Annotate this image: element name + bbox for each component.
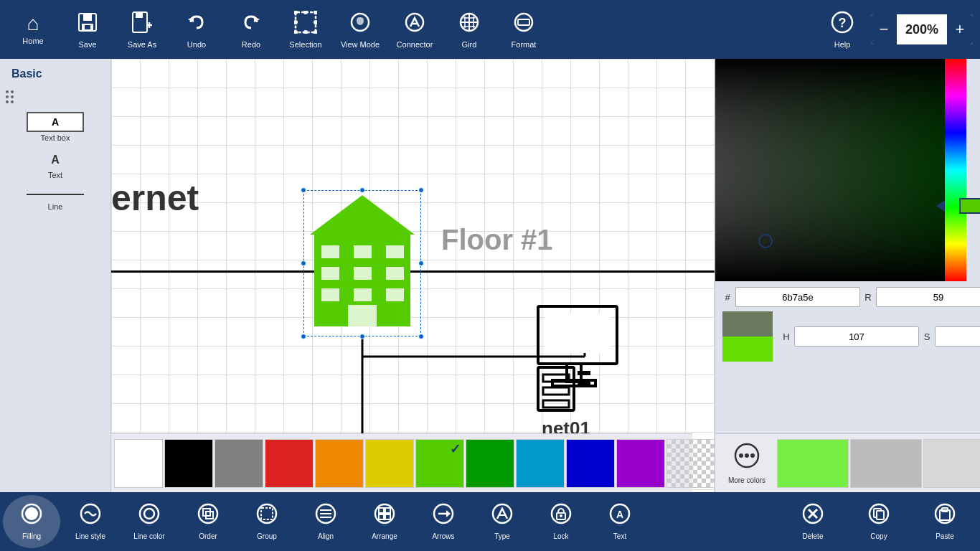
arrows-button[interactable]: Arrows — [415, 495, 472, 548]
color-inputs: # R G B H — [715, 281, 980, 372]
svg-point-64 — [745, 453, 749, 458]
sidebar-title: Basic — [0, 65, 110, 86]
hue-indicator — [936, 200, 945, 212]
lock-icon — [550, 503, 572, 529]
redo-button[interactable]: Redo — [225, 3, 277, 56]
svg-point-18 — [314, 20, 317, 24]
delete-button[interactable]: Delete — [781, 495, 845, 548]
save-button[interactable]: Save — [62, 3, 113, 56]
palette-green[interactable] — [415, 439, 464, 488]
sidebar-item-line[interactable]: Line — [0, 184, 110, 215]
palette-yellow[interactable] — [365, 439, 414, 488]
sidebar-item-textbox[interactable]: A Text box — [0, 108, 110, 146]
s-label: S — [922, 331, 932, 342]
zoom-in-button[interactable]: + — [947, 14, 973, 44]
zoom-out-button[interactable]: − — [871, 14, 897, 44]
palette-dark-green[interactable] — [466, 439, 514, 488]
arrange-button[interactable]: Arrange — [356, 495, 413, 548]
svg-rect-5 — [136, 12, 143, 18]
svg-point-92 — [560, 514, 562, 517]
lock-button[interactable]: Lock — [532, 495, 590, 548]
align-button[interactable]: Align — [297, 495, 354, 548]
paste-button[interactable]: Paste — [913, 495, 977, 548]
line-color-button[interactable]: Line color — [121, 495, 178, 548]
floor1-label: Floor #1 — [441, 224, 553, 256]
delete-label: Delete — [803, 532, 824, 540]
gird-button[interactable]: Gird — [443, 3, 495, 56]
help-icon: ? — [831, 11, 854, 37]
undo-button[interactable]: Undo — [171, 3, 222, 56]
computer-shape[interactable] — [534, 303, 635, 420]
palette-white[interactable] — [114, 439, 163, 488]
palette-gray[interactable] — [215, 439, 263, 488]
hsb-input-row: H S B — [722, 311, 973, 362]
svg-point-70 — [144, 509, 154, 519]
palette-black[interactable] — [164, 439, 213, 488]
color-palette-bar — [111, 433, 692, 492]
svg-rect-42 — [321, 267, 339, 280]
text-button[interactable]: A Text — [591, 495, 649, 548]
text-btn-icon: A — [609, 503, 631, 529]
order-button[interactable]: Order — [179, 495, 237, 548]
palette-orange[interactable] — [315, 439, 364, 488]
rgb-input-row: # R G B — [722, 287, 973, 307]
svg-point-74 — [258, 504, 276, 523]
svg-rect-40 — [354, 245, 372, 258]
save-icon — [76, 11, 99, 37]
selection-button[interactable]: Selection — [280, 3, 331, 56]
right-panel-palette: More colors — [715, 433, 980, 492]
palette-extra-3[interactable] — [923, 439, 980, 488]
more-colors-button[interactable]: More colors — [718, 439, 776, 488]
color-gradient[interactable] — [715, 59, 945, 281]
svg-point-13 — [294, 30, 298, 34]
svg-point-12 — [314, 11, 317, 14]
line-style-button[interactable]: Line style — [62, 495, 119, 548]
align-label: Align — [318, 532, 334, 540]
type-button[interactable]: Type — [473, 495, 531, 548]
delete-icon — [802, 503, 824, 529]
textbox-label: Text box — [41, 133, 70, 142]
gradient-cursor[interactable] — [758, 234, 773, 248]
svg-rect-43 — [354, 267, 372, 280]
line-label: Line — [48, 202, 63, 211]
svg-point-14 — [314, 30, 317, 34]
svg-rect-46 — [354, 288, 372, 301]
palette-purple[interactable] — [616, 439, 665, 488]
svg-rect-56 — [543, 400, 569, 408]
gird-icon — [458, 11, 481, 37]
copy-button[interactable]: Copy — [847, 495, 911, 548]
view-mode-button[interactable]: View Mode — [334, 3, 386, 56]
save-as-label: Save As — [128, 40, 156, 49]
palette-red[interactable] — [265, 439, 314, 488]
svg-rect-50 — [545, 314, 610, 353]
r-input[interactable] — [876, 287, 980, 307]
group-button[interactable]: Group — [238, 495, 296, 548]
type-label: Type — [494, 532, 510, 540]
filling-button[interactable]: Filling — [3, 495, 60, 548]
canvas-area[interactable]: ernet Floor #1 Floor #2 — [111, 59, 715, 492]
format-button[interactable]: Format — [498, 3, 550, 56]
palette-transparent[interactable] — [666, 439, 715, 488]
canvas-content: ernet Floor #1 Floor #2 — [111, 59, 715, 492]
building-shape[interactable] — [303, 192, 421, 341]
palette-extra-1[interactable] — [777, 439, 849, 488]
color-picker-area: # R G B H — [715, 59, 980, 433]
hue-slider[interactable] — [945, 59, 966, 281]
save-as-icon — [131, 11, 154, 37]
home-button[interactable]: ⌂ Home — [7, 3, 59, 56]
connector-button[interactable]: Connector — [389, 3, 440, 56]
arrange-icon — [374, 503, 395, 529]
save-as-button[interactable]: Save As — [116, 3, 168, 56]
hex-input[interactable] — [735, 287, 860, 307]
help-button[interactable]: ? Help — [816, 3, 868, 56]
h-input[interactable] — [794, 326, 919, 347]
svg-marker-37 — [310, 195, 415, 235]
s-input[interactable] — [935, 326, 980, 347]
svg-rect-75 — [261, 508, 273, 519]
palette-extra-2[interactable] — [850, 439, 922, 488]
palette-navy[interactable] — [566, 439, 615, 488]
palette-teal[interactable] — [516, 439, 565, 488]
group-icon — [256, 503, 278, 529]
sidebar-item-text[interactable]: A Text — [0, 146, 110, 184]
connector-icon — [403, 11, 426, 37]
